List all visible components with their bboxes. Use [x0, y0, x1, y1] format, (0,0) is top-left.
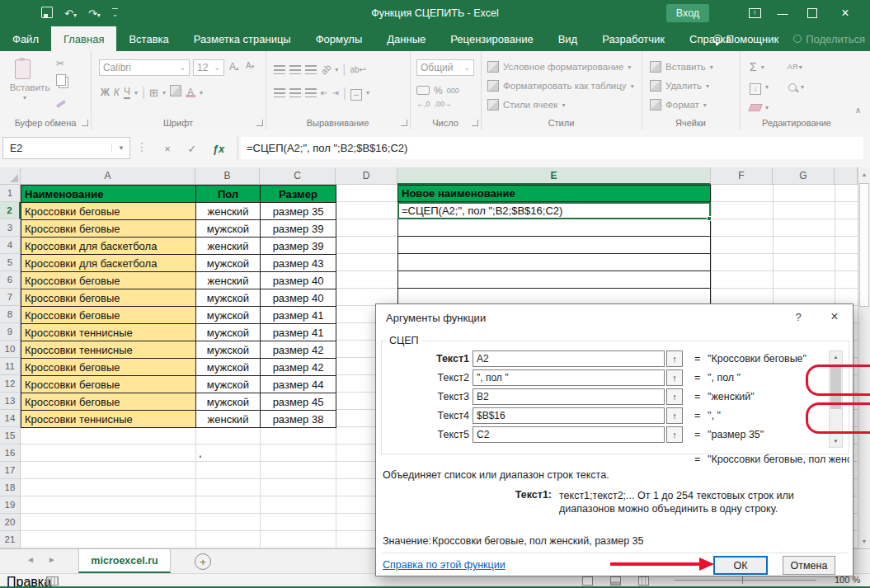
row-header[interactable]: 19: [0, 496, 21, 514]
cell-b16[interactable]: ,: [196, 445, 261, 462]
row-header[interactable]: 5: [0, 254, 21, 271]
collapse-ribbon-icon[interactable]: ∧: [855, 106, 861, 115]
minimize-button[interactable]: —: [769, 0, 797, 26]
arguments-scrollbar[interactable]: ▲ ▼: [829, 350, 843, 448]
cell-name[interactable]: Кроссовки теннисные: [21, 324, 196, 341]
row-header[interactable]: 17: [0, 462, 21, 479]
collapse-dialog-button[interactable]: ↑: [666, 369, 683, 386]
header-cell-size[interactable]: Размер: [261, 186, 336, 203]
cell-gender[interactable]: мужской: [196, 307, 261, 324]
close-button[interactable]: ×: [831, 0, 859, 26]
delete-cells-button[interactable]: Удалить▾: [650, 80, 709, 92]
argument-input[interactable]: C2: [473, 426, 665, 443]
cell-name[interactable]: Кроссовки для баскетбола: [21, 238, 196, 255]
fill-down-icon[interactable]: ↓: [750, 79, 761, 95]
cell-size[interactable]: размер 35: [261, 203, 336, 220]
ribbon-tab[interactable]: Рецензирование: [438, 26, 545, 51]
column-header-d[interactable]: D: [336, 167, 397, 185]
cell-name[interactable]: Кроссовки беговые: [21, 393, 196, 411]
select-all-corner[interactable]: [0, 167, 21, 185]
cell-name[interactable]: Кроссовки для баскетбола: [21, 255, 196, 272]
cell-gender[interactable]: женский: [196, 203, 261, 220]
chevron-down-icon[interactable]: ▾: [366, 89, 369, 96]
row-header[interactable]: 12: [0, 375, 21, 393]
cell-name[interactable]: Кроссовки беговые: [21, 307, 196, 324]
cell-gender[interactable]: мужской: [196, 324, 261, 341]
header-cell-name[interactable]: Наименование: [21, 186, 196, 203]
cell-name[interactable]: Кроссовки беговые: [21, 376, 196, 393]
vertical-scrollbar[interactable]: ▲ ▼: [858, 167, 870, 548]
font-color-icon[interactable]: А: [186, 88, 195, 97]
cell-size[interactable]: размер 42: [261, 359, 336, 376]
orientation-icon[interactable]: ab: [319, 62, 333, 76]
column-header-f[interactable]: F: [711, 167, 773, 185]
collapse-dialog-button[interactable]: ↑: [666, 388, 683, 405]
chevron-down-icon[interactable]: ▾: [162, 89, 166, 96]
customize-qat-icon[interactable]: ⌄: [112, 8, 119, 18]
chevron-down-icon[interactable]: ▾: [765, 104, 769, 111]
cell-size[interactable]: размер 39: [261, 220, 336, 238]
cell-gender[interactable]: женский: [196, 411, 261, 428]
row-header[interactable]: 15: [0, 427, 21, 445]
normal-view-icon[interactable]: [582, 576, 593, 586]
row-header[interactable]: 16: [0, 445, 21, 462]
bold-button[interactable]: Ж: [101, 87, 110, 98]
confirm-entry-icon[interactable]: ✓: [181, 139, 203, 158]
row-header[interactable]: 2: [0, 202, 21, 219]
row-header[interactable]: 14: [0, 410, 21, 427]
ribbon-tab[interactable]: Файл: [0, 26, 51, 51]
sign-in-button[interactable]: Вход: [666, 4, 709, 22]
cell-gender[interactable]: мужской: [196, 393, 261, 411]
column-header-e[interactable]: E: [397, 167, 711, 185]
cell-gender[interactable]: мужской: [196, 376, 261, 393]
align-middle-icon[interactable]: [289, 65, 301, 74]
cell-name[interactable]: Кроссовки беговые: [21, 359, 196, 376]
fill-handle[interactable]: [707, 216, 712, 221]
font-size-select[interactable]: 12⌄: [193, 59, 224, 76]
cell-gender[interactable]: женский: [196, 272, 261, 289]
autosum-icon[interactable]: Σ: [750, 60, 757, 73]
cell-size[interactable]: размер 40: [261, 289, 336, 307]
cell-gender[interactable]: мужской: [196, 359, 261, 376]
row-header[interactable]: 9: [0, 323, 21, 341]
italic-button[interactable]: К: [114, 87, 120, 98]
comma-style-icon[interactable]: 000: [447, 87, 459, 95]
cell-size[interactable]: размер 41: [261, 324, 336, 341]
ok-button[interactable]: ОК: [713, 556, 768, 575]
argument-input[interactable]: B2: [473, 388, 665, 405]
cell-gender[interactable]: мужской: [196, 255, 261, 272]
chevron-down-icon[interactable]: ▾: [761, 64, 764, 71]
new-sheet-icon[interactable]: +: [195, 553, 211, 570]
scroll-down-icon[interactable]: ▼: [858, 534, 870, 548]
merge-center-icon[interactable]: ↔: [350, 85, 362, 101]
prev-sheet-icon[interactable]: ◄: [26, 555, 35, 564]
header-cell-gender[interactable]: Пол: [196, 186, 261, 203]
dialog-help-icon[interactable]: ?: [788, 308, 808, 326]
argument-input[interactable]: A2: [473, 350, 665, 367]
insert-cells-button[interactable]: Вставить▾: [650, 61, 713, 73]
ribbon-tab[interactable]: Вставка: [116, 26, 181, 51]
argument-input[interactable]: $B$16: [473, 407, 665, 424]
fill-color-icon[interactable]: [170, 85, 181, 100]
scroll-down-icon[interactable]: ▼: [830, 435, 842, 447]
display-settings-icon[interactable]: [46, 576, 59, 586]
cancel-entry-icon[interactable]: ×: [157, 139, 178, 158]
row-header[interactable]: 18: [0, 479, 21, 496]
column-header-b[interactable]: B: [195, 167, 260, 185]
chevron-down-icon[interactable]: ▾: [335, 66, 338, 73]
cell-name[interactable]: Кроссовки теннисные: [21, 411, 196, 428]
row-header[interactable]: 20: [0, 514, 21, 531]
page-layout-view-icon[interactable]: [610, 576, 621, 586]
chevron-down-icon[interactable]: ▾: [801, 83, 804, 91]
dialog-launcher-icon[interactable]: [472, 120, 478, 126]
align-left-icon[interactable]: [274, 88, 285, 97]
font-name-select[interactable]: Calibri⌄: [99, 59, 190, 76]
cell-size[interactable]: размер 40: [261, 272, 336, 289]
cell-size[interactable]: размер 44: [261, 376, 336, 393]
column-header-g[interactable]: G: [773, 167, 835, 185]
scrollbar-thumb[interactable]: [830, 366, 841, 409]
collapse-dialog-button[interactable]: ↑: [666, 407, 683, 424]
row-header[interactable]: 6: [0, 271, 21, 289]
row-header[interactable]: 21: [0, 531, 21, 548]
cell-size[interactable]: размер 42: [261, 341, 336, 359]
